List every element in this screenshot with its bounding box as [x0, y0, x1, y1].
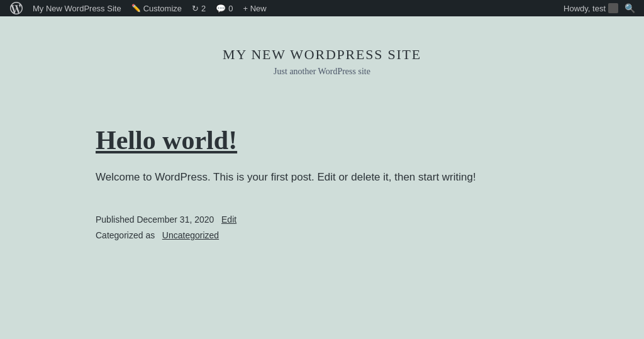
post-title-link[interactable]: Hello world! [96, 126, 237, 155]
search-icon: 🔍 [625, 3, 635, 13]
updates-item[interactable]: ↻ 2 [187, 0, 211, 16]
adminbar-right: Howdy, test 🔍 [564, 3, 639, 13]
site-title: MY NEW WORDPRESS SITE [13, 47, 631, 63]
wp-logo-item[interactable] [5, 0, 28, 16]
post-published-line: Published December 31, 2020 Edit [96, 212, 548, 228]
edit-link[interactable]: Edit [221, 214, 236, 225]
howdy-label: Howdy, test [564, 4, 606, 13]
comments-item[interactable]: 💬 0 [211, 0, 238, 16]
search-button[interactable]: 🔍 [621, 3, 639, 13]
user-avatar[interactable] [608, 3, 618, 13]
site-name-label: My New WordPress Site [33, 4, 121, 13]
post-meta: Published December 31, 2020 Edit Categor… [96, 212, 548, 243]
customize-label: Customize [143, 4, 182, 13]
category-link[interactable]: Uncategorized [162, 230, 219, 240]
updates-count: 2 [201, 4, 206, 13]
published-date: December 31, 2020 [136, 214, 214, 225]
post-article: Hello world! Welcome to WordPress. This … [96, 125, 548, 244]
categorized-label: Categorized as [96, 230, 155, 240]
new-label: + New [243, 4, 267, 13]
site-header: MY NEW WORDPRESS SITE Just another WordP… [0, 16, 644, 99]
site-name-item[interactable]: My New WordPress Site [28, 0, 126, 16]
new-item[interactable]: + New [238, 0, 272, 16]
customize-item[interactable]: ✏️ Customize [126, 0, 187, 16]
site-tagline: Just another WordPress site [13, 67, 631, 77]
post-body: Welcome to WordPress. This is your first… [96, 169, 548, 187]
wp-logo-icon [10, 2, 23, 14]
comments-icon: 💬 [216, 4, 226, 13]
admin-bar: My New WordPress Site ✏️ Customize ↻ 2 💬… [0, 0, 644, 16]
comments-count: 0 [228, 4, 233, 13]
main-content: Hello world! Welcome to WordPress. This … [83, 99, 561, 282]
pencil-icon: ✏️ [131, 4, 141, 13]
post-title: Hello world! [96, 125, 548, 156]
post-category-line: Categorized as Uncategorized [96, 228, 548, 243]
published-label: Published [96, 214, 135, 225]
site-wrapper: MY NEW WORDPRESS SITE Just another WordP… [0, 16, 644, 339]
adminbar-left: My New WordPress Site ✏️ Customize ↻ 2 💬… [5, 0, 564, 16]
updates-icon: ↻ [192, 4, 199, 13]
